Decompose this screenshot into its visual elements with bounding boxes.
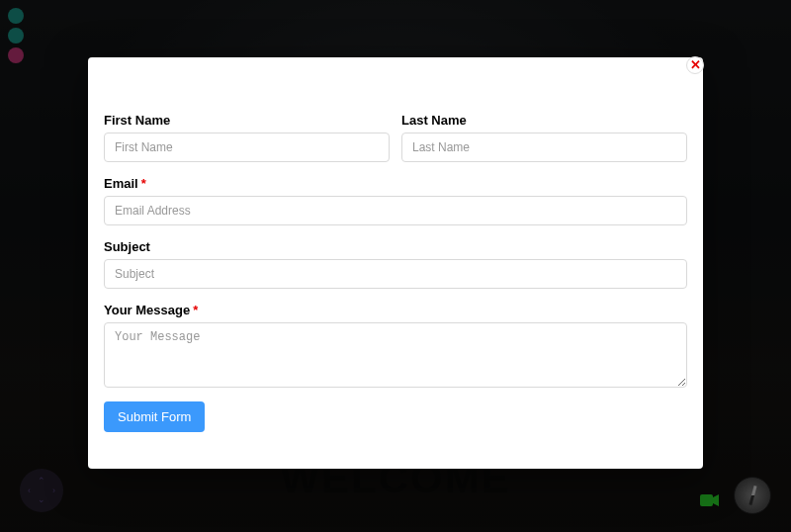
email-field[interactable] (104, 196, 687, 225)
close-button[interactable]: ✕ (686, 56, 704, 74)
subject-field[interactable] (104, 259, 687, 289)
form-body: First Name Last Name Email* Subject Your… (88, 57, 703, 448)
first-name-field[interactable] (104, 133, 390, 162)
last-name-label: Last Name (401, 113, 687, 128)
close-icon: ✕ (690, 57, 701, 72)
submit-button[interactable]: Submit Form (104, 401, 205, 432)
message-label: Your Message* (104, 303, 687, 317)
first-name-label: First Name (104, 113, 390, 128)
required-mark: * (193, 303, 198, 317)
message-field[interactable] (104, 322, 687, 388)
last-name-field[interactable] (401, 133, 687, 162)
email-label: Email* (104, 176, 687, 191)
contact-form-modal: ✕ First Name Last Name Email* Subject (88, 57, 703, 469)
required-mark: * (141, 176, 146, 191)
subject-label: Subject (104, 239, 687, 254)
